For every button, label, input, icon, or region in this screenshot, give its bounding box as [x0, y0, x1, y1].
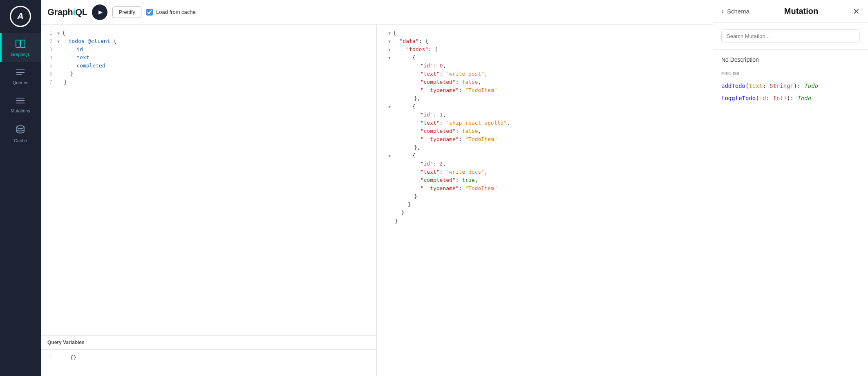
sidebar-item-graphiql[interactable]: GraphiQL — [0, 33, 41, 62]
graphiql-icon — [15, 39, 26, 50]
sidebar: A GraphiQL Queries — [0, 0, 41, 376]
editor-line-1: 1 ▼ { — [41, 29, 376, 38]
schema-search-input[interactable] — [721, 29, 860, 43]
editor-line-3: 3 id — [41, 46, 376, 54]
queries-icon — [16, 68, 25, 78]
out-collapse-4[interactable]: ▼ — [388, 56, 393, 60]
toolbar: GraphiQL Prettify Load from cache — [41, 0, 713, 25]
out-line-20: "__typename": "TodoItem" — [377, 185, 713, 193]
out-collapse-10[interactable]: ▼ — [388, 105, 393, 110]
out-line-22: ] — [377, 201, 713, 209]
sidebar-item-mutations[interactable]: Mutations — [0, 90, 41, 118]
out-collapse-1[interactable]: ▼ — [388, 31, 393, 36]
out-line-13: "completed": false, — [377, 128, 713, 136]
out-line-24: } — [377, 217, 713, 226]
sidebar-item-cache[interactable]: Cache — [0, 118, 41, 148]
sidebar-item-label-graphiql: GraphiQL — [11, 52, 30, 57]
out-line-19: "completed": true, — [377, 177, 713, 185]
logo-icon: A — [10, 6, 31, 27]
schema-back-nav[interactable]: ‹ Schema — [721, 7, 749, 16]
schema-field-toggle-todo[interactable]: toggleTodo(id: Int!): Todo — [721, 95, 860, 101]
schema-fields-label: FIELDS — [721, 71, 860, 76]
out-line-7: "completed": false, — [377, 78, 713, 87]
query-variables: Query Variables 1 {} — [41, 335, 376, 376]
sidebar-item-label-queries: Queries — [13, 80, 29, 85]
back-chevron-icon: ‹ — [721, 7, 724, 16]
out-line-18: "text": "write docs", — [377, 168, 713, 177]
out-line-3: ▼ "todos": [ — [377, 46, 713, 54]
sidebar-item-label-mutations: Mutations — [11, 108, 30, 113]
query-editor[interactable]: 1 ▼ { 2 ▼ todos @client { 3 id — [41, 25, 376, 335]
schema-header: ‹ Schema Mutation ✕ — [713, 0, 868, 23]
out-line-21: } — [377, 193, 713, 201]
schema-no-description: No Description — [721, 56, 860, 63]
schema-search — [713, 23, 868, 50]
svg-rect-1 — [21, 40, 25, 47]
editor-line-7: 7 } — [41, 78, 376, 87]
query-variables-body[interactable]: 1 {} — [41, 350, 376, 366]
sidebar-item-label-cache: Cache — [14, 138, 27, 143]
collapse-arrow-1[interactable]: ▼ — [57, 31, 62, 36]
collapse-arrow-2[interactable]: ▼ — [57, 39, 62, 44]
out-line-12: "text": "ship react apollo", — [377, 119, 713, 128]
load-cache-label[interactable]: Load from cache — [146, 9, 196, 16]
editor-area: 1 ▼ { 2 ▼ todos @client { 3 id — [41, 25, 713, 376]
out-line-8: "__typename": "TodoItem" — [377, 87, 713, 95]
right-pane: ▼ { ▼ "data": { ▼ "todos": [ ▼ { — [377, 25, 713, 376]
schema-back-label: Schema — [727, 8, 749, 15]
out-line-6: "text": "write post", — [377, 70, 713, 78]
main-content: GraphiQL Prettify Load from cache 1 ▼ { … — [41, 0, 713, 376]
out-line-16: ▼ { — [377, 152, 713, 160]
load-cache-text: Load from cache — [156, 9, 196, 15]
schema-body: No Description FIELDS addTodo(text: Stri… — [713, 50, 868, 376]
out-line-10: ▼ { — [377, 103, 713, 111]
out-line-14: "__typename": "TodoItem" — [377, 136, 713, 144]
out-collapse-2[interactable]: ▼ — [388, 39, 393, 44]
svg-point-8 — [17, 126, 24, 129]
mutations-icon — [16, 96, 25, 107]
out-line-2: ▼ "data": { — [377, 38, 713, 46]
run-button[interactable] — [92, 4, 107, 20]
svg-rect-0 — [16, 40, 20, 47]
out-line-15: }, — [377, 144, 713, 152]
editor-line-5: 5 completed — [41, 62, 376, 70]
close-button[interactable]: ✕ — [853, 7, 860, 16]
schema-panel: ‹ Schema Mutation ✕ No Description FIELD… — [713, 0, 868, 376]
load-cache-checkbox[interactable] — [146, 9, 153, 16]
out-collapse-3[interactable]: ▼ — [388, 47, 393, 52]
out-line-9: }, — [377, 95, 713, 103]
prettify-button[interactable]: Prettify — [112, 6, 141, 18]
out-line-5: "id": 0, — [377, 62, 713, 70]
schema-panel-title: Mutation — [784, 7, 818, 16]
var-line-1: 1 {} — [41, 354, 376, 362]
sidebar-item-queries[interactable]: Queries — [0, 62, 41, 90]
query-variables-header: Query Variables — [41, 336, 376, 350]
left-pane: 1 ▼ { 2 ▼ todos @client { 3 id — [41, 25, 377, 376]
title-highlight: i — [73, 7, 75, 17]
out-line-23: } — [377, 209, 713, 217]
out-line-17: "id": 2, — [377, 160, 713, 168]
out-collapse-16[interactable]: ▼ — [388, 154, 393, 159]
editor-line-6: 6 } — [41, 70, 376, 78]
out-line-1: ▼ { — [377, 29, 713, 38]
schema-field-add-todo[interactable]: addTodo(text: String!): Todo — [721, 83, 860, 89]
editor-line-2: 2 ▼ todos @client { — [41, 38, 376, 46]
sidebar-navigation: GraphiQL Queries Mutations — [0, 33, 41, 148]
out-line-4: ▼ { — [377, 54, 713, 62]
app-title: GraphiQL — [47, 7, 87, 18]
editor-line-4: 4 text — [41, 54, 376, 62]
sidebar-logo: A — [0, 0, 41, 33]
out-line-11: "id": 1, — [377, 111, 713, 119]
cache-icon — [16, 125, 25, 137]
